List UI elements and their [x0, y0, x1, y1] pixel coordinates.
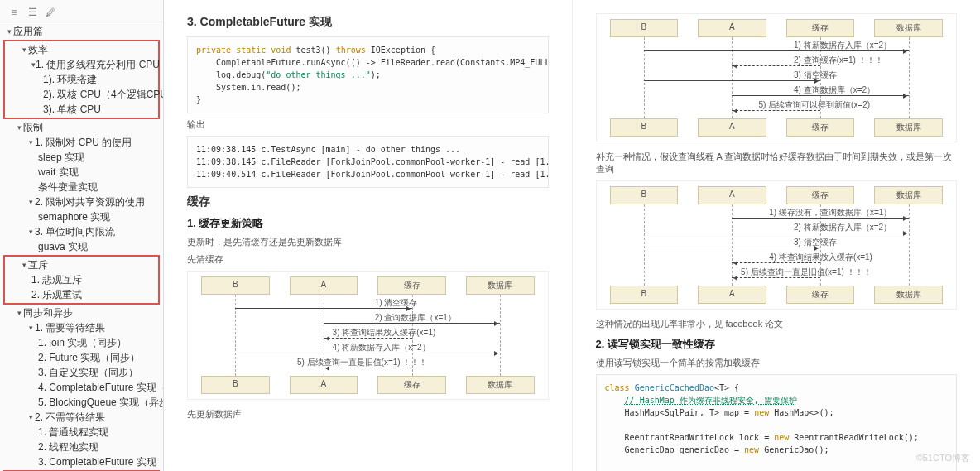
tree-item[interactable]: wait 实现	[0, 165, 163, 180]
toc-tree: ▾应用篇 ▾效率 ▾1. 使用多线程充分利用 CPU 1). 环境搭建 2). …	[0, 22, 163, 471]
tree-item[interactable]: semaphore 实现	[0, 209, 163, 224]
tree-item[interactable]: ▾限制	[0, 120, 163, 135]
tree-item[interactable]: 3). 单核 CPU	[5, 102, 158, 117]
tree-item[interactable]: 2. 乐观重试	[5, 287, 158, 302]
heading-cache: 缓存	[187, 195, 549, 209]
seq-actor: B	[610, 286, 679, 304]
tree-item[interactable]: 1. join 实现（同步）	[0, 335, 163, 350]
code-block-2: class GenericCachedDao<T> { // HashMap 作…	[596, 374, 958, 471]
seq-actor: A	[698, 19, 766, 37]
tree-item[interactable]: ▾2. 限制对共享资源的使用	[0, 195, 163, 209]
chevron-down-icon[interactable]: ▾	[26, 411, 35, 424]
tree-item[interactable]: 条件变量实现	[0, 180, 163, 195]
code-block-1: private static void test3() throws IOExc…	[187, 36, 549, 113]
seq-actor: B	[610, 186, 679, 204]
seq-actor: 数据库	[466, 276, 535, 295]
heading-strategy: 1. 缓存更新策略	[187, 216, 549, 231]
content-col-2: B A 缓存 数据库 1) 将新数据存入库（x=2） 2) 查询缓存(x=1) …	[573, 0, 981, 471]
seq-actor: A	[698, 286, 766, 304]
code-output-1: 11:09:38.145 c.TestAsync [main] - do oth…	[187, 136, 549, 188]
sidebar-toolbar: ≡ ☰ 🖉	[0, 3, 163, 22]
output-label: 输出	[187, 118, 549, 131]
tree-item[interactable]: 3. CompletableFuture 实现	[0, 454, 163, 469]
sequence-diagram-2: B A 缓存 数据库 1) 将新数据存入库（x=2） 2) 查询缓存(x=1) …	[596, 13, 958, 142]
seq-actor: 数据库	[874, 286, 943, 304]
tree-item[interactable]: ▾1. 限制对 CPU 的使用	[0, 135, 163, 150]
tree-item[interactable]: 4. CompletableFuture 实现（异步）	[0, 380, 163, 395]
chevron-down-icon[interactable]: ▾	[26, 321, 35, 334]
highlight-box-1: ▾效率 ▾1. 使用多线程充分利用 CPU 1). 环境搭建 2). 双核 CP…	[3, 40, 160, 119]
tree-item[interactable]: sleep 实现	[0, 150, 163, 165]
toolbar-icon-2[interactable]: ☰	[26, 7, 38, 18]
tree-item[interactable]: ▾同步和异步	[0, 305, 163, 320]
tree-item[interactable]: 1. 普通线程实现	[0, 425, 163, 440]
tree-item[interactable]: ▾1. 使用多线程充分利用 CPU	[5, 57, 158, 72]
seq-actor: B	[610, 118, 679, 137]
seq-actor: A	[290, 376, 358, 394]
seq-actor: 缓存	[786, 186, 855, 204]
tree-item[interactable]: 2. Future 实现（同步）	[0, 350, 163, 365]
tree-item[interactable]: ▾效率	[5, 42, 158, 57]
chevron-down-icon[interactable]: ▾	[20, 43, 28, 56]
content-col-1: 3. CompletableFuture 实现 private static v…	[164, 0, 573, 471]
para: 补充一种情况，假设查询线程 A 查询数据时恰好缓存数据由于时间到期失效，或是第一…	[596, 151, 958, 175]
tree-item[interactable]: guava 实现	[0, 239, 163, 254]
tree-item[interactable]: ▾3. 单位时间内限流	[0, 224, 163, 239]
tree-item[interactable]: ▾2. 不需等待结果	[0, 410, 163, 425]
para: 先清缓存	[187, 253, 549, 266]
para: 这种情况的出现几率非常小，见 facebook 论文	[596, 318, 958, 330]
chevron-down-icon[interactable]: ▾	[15, 306, 23, 320]
chevron-down-icon[interactable]: ▾	[15, 121, 23, 134]
seq-actor: 缓存	[786, 286, 855, 304]
seq-actor: 数据库	[874, 19, 943, 37]
seq-actor: A	[290, 276, 358, 295]
tree-group-app[interactable]: ▾应用篇	[0, 24, 163, 39]
tree-item[interactable]: 1. 悲观互斥	[5, 272, 158, 287]
para: 先更新数据库	[187, 408, 549, 421]
tree-item[interactable]: ▾1. 需要等待结果	[0, 320, 163, 335]
seq-actor: 数据库	[466, 376, 535, 394]
tree-item[interactable]: 1). 环境搭建	[5, 72, 158, 87]
content: 3. CompletableFuture 实现 private static v…	[164, 0, 980, 471]
seq-actor: 缓存	[377, 376, 446, 394]
tree-item[interactable]: ▾互斥	[5, 257, 158, 272]
seq-actor: 数据库	[874, 118, 943, 137]
para: 使用读写锁实现一个简单的按需加载缓存	[596, 357, 958, 369]
chevron-down-icon[interactable]: ▾	[26, 225, 35, 238]
tree-item[interactable]: 3. 自定义实现（同步）	[0, 365, 163, 380]
seq-actor: B	[201, 276, 270, 295]
tree-item[interactable]: 2. 线程池实现	[0, 440, 163, 454]
toolbar-icon-3[interactable]: 🖉	[45, 7, 56, 18]
sequence-diagram-1: B A 缓存 数据库 1) 清空缓存 2) 查询数据库（x=1） 3) 将查询结…	[187, 271, 549, 400]
sidebar: ≡ ☰ 🖉 ▾应用篇 ▾效率 ▾1. 使用多线程充分利用 CPU 1). 环境搭…	[0, 0, 164, 471]
chevron-down-icon[interactable]: ▾	[26, 136, 35, 149]
sequence-diagram-3: B A 缓存 数据库 1) 缓存没有，查询数据库（x=1） 2) 将新数据存入库…	[596, 180, 958, 310]
chevron-down-icon[interactable]: ▾	[26, 195, 35, 209]
tree-item[interactable]: 5. BlockingQueue 实现（异步）	[0, 395, 163, 410]
seq-actor: B	[610, 19, 679, 37]
seq-actor: 数据库	[874, 186, 943, 204]
tree-item[interactable]: 2). 双核 CPU（4个逻辑CPU）	[5, 87, 158, 102]
para: 更新时，是先清缓存还是先更新数据库	[187, 236, 549, 248]
chevron-down-icon[interactable]: ▾	[5, 25, 13, 38]
heading-rw-lock: 2. 读写锁实现一致性缓存	[596, 337, 958, 352]
heading-cf: 3. CompletableFuture 实现	[187, 15, 549, 30]
seq-actor: B	[201, 376, 270, 394]
seq-actor: 缓存	[786, 118, 855, 137]
chevron-down-icon[interactable]: ▾	[20, 258, 28, 272]
toolbar-icon-1[interactable]: ≡	[8, 7, 20, 18]
seq-actor: 缓存	[786, 19, 855, 37]
seq-actor: 缓存	[377, 276, 446, 295]
seq-actor: A	[698, 186, 766, 204]
seq-actor: A	[698, 118, 766, 137]
highlight-box-2: ▾互斥 1. 悲观互斥 2. 乐观重试	[3, 255, 160, 305]
